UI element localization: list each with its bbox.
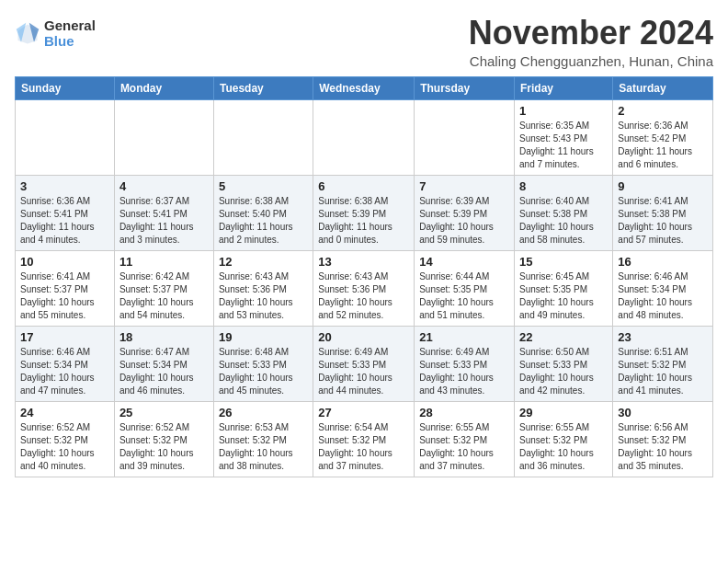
calendar-cell <box>213 99 313 175</box>
calendar-week: 10Sunrise: 6:41 AM Sunset: 5:37 PM Dayli… <box>16 250 713 326</box>
calendar-cell: 4Sunrise: 6:37 AM Sunset: 5:41 PM Daylig… <box>114 175 213 250</box>
calendar-cell: 26Sunrise: 6:53 AM Sunset: 5:32 PM Dayli… <box>213 401 313 477</box>
weekday-header: Monday <box>114 76 213 99</box>
calendar-cell: 19Sunrise: 6:48 AM Sunset: 5:33 PM Dayli… <box>213 326 313 401</box>
weekday-header: Saturday <box>613 76 713 99</box>
day-info: Sunrise: 6:39 AM Sunset: 5:39 PM Dayligh… <box>419 195 509 247</box>
day-info: Sunrise: 6:46 AM Sunset: 5:34 PM Dayligh… <box>20 346 109 397</box>
location: Chaling Chengguanzhen, Hunan, China <box>469 53 713 69</box>
day-number: 14 <box>419 255 509 269</box>
calendar-cell: 9Sunrise: 6:41 AM Sunset: 5:38 PM Daylig… <box>613 175 713 250</box>
weekday-header: Thursday <box>415 76 515 99</box>
calendar-cell: 13Sunrise: 6:43 AM Sunset: 5:36 PM Dayli… <box>313 250 415 326</box>
day-info: Sunrise: 6:35 AM Sunset: 5:43 PM Dayligh… <box>519 120 608 171</box>
calendar-week: 24Sunrise: 6:52 AM Sunset: 5:32 PM Dayli… <box>16 401 713 477</box>
calendar-cell: 20Sunrise: 6:49 AM Sunset: 5:33 PM Dayli… <box>313 326 415 401</box>
calendar-cell <box>415 99 515 175</box>
weekday-header: Tuesday <box>213 76 313 99</box>
calendar-cell: 16Sunrise: 6:46 AM Sunset: 5:34 PM Dayli… <box>613 250 713 326</box>
day-info: Sunrise: 6:53 AM Sunset: 5:32 PM Dayligh… <box>219 421 308 473</box>
page-header: General Blue November 2024 Chaling Cheng… <box>15 15 713 69</box>
logo-icon <box>15 21 40 47</box>
calendar-cell: 30Sunrise: 6:56 AM Sunset: 5:32 PM Dayli… <box>613 401 713 477</box>
day-number: 20 <box>318 330 409 344</box>
logo: General Blue <box>15 18 96 49</box>
day-info: Sunrise: 6:42 AM Sunset: 5:37 PM Dayligh… <box>119 270 209 322</box>
day-number: 8 <box>519 179 608 193</box>
day-number: 10 <box>20 255 109 269</box>
calendar-cell: 15Sunrise: 6:45 AM Sunset: 5:35 PM Dayli… <box>515 250 613 326</box>
calendar-cell: 27Sunrise: 6:54 AM Sunset: 5:32 PM Dayli… <box>313 401 415 477</box>
weekday-header: Sunday <box>16 76 115 99</box>
day-info: Sunrise: 6:41 AM Sunset: 5:37 PM Dayligh… <box>20 270 109 322</box>
day-number: 17 <box>20 330 109 344</box>
day-info: Sunrise: 6:41 AM Sunset: 5:38 PM Dayligh… <box>618 195 708 247</box>
day-number: 18 <box>119 330 209 344</box>
day-info: Sunrise: 6:43 AM Sunset: 5:36 PM Dayligh… <box>318 270 409 322</box>
day-number: 25 <box>119 406 209 419</box>
calendar-cell: 23Sunrise: 6:51 AM Sunset: 5:32 PM Dayli… <box>613 326 713 401</box>
logo-general: General <box>44 18 96 34</box>
calendar-cell: 18Sunrise: 6:47 AM Sunset: 5:34 PM Dayli… <box>114 326 213 401</box>
day-number: 27 <box>318 406 409 419</box>
day-info: Sunrise: 6:38 AM Sunset: 5:40 PM Dayligh… <box>219 195 308 247</box>
day-number: 7 <box>419 179 509 193</box>
day-number: 1 <box>519 104 608 118</box>
calendar-week: 17Sunrise: 6:46 AM Sunset: 5:34 PM Dayli… <box>16 326 713 401</box>
day-info: Sunrise: 6:50 AM Sunset: 5:33 PM Dayligh… <box>519 346 608 397</box>
day-info: Sunrise: 6:40 AM Sunset: 5:38 PM Dayligh… <box>519 195 608 247</box>
day-number: 24 <box>20 406 109 419</box>
logo-text: General Blue <box>44 18 96 49</box>
weekday-header: Friday <box>515 76 613 99</box>
calendar-cell: 8Sunrise: 6:40 AM Sunset: 5:38 PM Daylig… <box>515 175 613 250</box>
calendar-cell: 29Sunrise: 6:55 AM Sunset: 5:32 PM Dayli… <box>515 401 613 477</box>
day-info: Sunrise: 6:46 AM Sunset: 5:34 PM Dayligh… <box>618 270 708 322</box>
weekday-header: Wednesday <box>313 76 415 99</box>
day-info: Sunrise: 6:48 AM Sunset: 5:33 PM Dayligh… <box>219 346 308 397</box>
day-info: Sunrise: 6:54 AM Sunset: 5:32 PM Dayligh… <box>318 421 409 473</box>
day-number: 19 <box>219 330 308 344</box>
day-number: 21 <box>419 330 509 344</box>
calendar-cell: 11Sunrise: 6:42 AM Sunset: 5:37 PM Dayli… <box>114 250 213 326</box>
day-info: Sunrise: 6:47 AM Sunset: 5:34 PM Dayligh… <box>119 346 209 397</box>
calendar-week: 1Sunrise: 6:35 AM Sunset: 5:43 PM Daylig… <box>16 99 713 175</box>
day-number: 30 <box>618 406 708 419</box>
day-number: 23 <box>618 330 708 344</box>
weekday-header-row: SundayMondayTuesdayWednesdayThursdayFrid… <box>16 76 713 99</box>
day-number: 2 <box>618 104 708 118</box>
day-info: Sunrise: 6:49 AM Sunset: 5:33 PM Dayligh… <box>318 346 409 397</box>
calendar-cell: 25Sunrise: 6:52 AM Sunset: 5:32 PM Dayli… <box>114 401 213 477</box>
calendar-cell: 5Sunrise: 6:38 AM Sunset: 5:40 PM Daylig… <box>213 175 313 250</box>
calendar-cell <box>16 99 115 175</box>
calendar: SundayMondayTuesdayWednesdayThursdayFrid… <box>15 76 713 477</box>
day-number: 15 <box>519 255 608 269</box>
calendar-cell: 3Sunrise: 6:36 AM Sunset: 5:41 PM Daylig… <box>16 175 115 250</box>
day-info: Sunrise: 6:55 AM Sunset: 5:32 PM Dayligh… <box>419 421 509 473</box>
day-number: 13 <box>318 255 409 269</box>
title-block: November 2024 Chaling Chengguanzhen, Hun… <box>469 15 713 69</box>
calendar-cell: 10Sunrise: 6:41 AM Sunset: 5:37 PM Dayli… <box>16 250 115 326</box>
calendar-cell: 17Sunrise: 6:46 AM Sunset: 5:34 PM Dayli… <box>16 326 115 401</box>
day-info: Sunrise: 6:52 AM Sunset: 5:32 PM Dayligh… <box>20 421 109 473</box>
day-info: Sunrise: 6:51 AM Sunset: 5:32 PM Dayligh… <box>618 346 708 397</box>
day-number: 12 <box>219 255 308 269</box>
day-number: 11 <box>119 255 209 269</box>
day-number: 22 <box>519 330 608 344</box>
calendar-cell: 1Sunrise: 6:35 AM Sunset: 5:43 PM Daylig… <box>515 99 613 175</box>
month-title: November 2024 <box>469 15 713 52</box>
day-info: Sunrise: 6:36 AM Sunset: 5:42 PM Dayligh… <box>618 120 708 171</box>
calendar-cell: 24Sunrise: 6:52 AM Sunset: 5:32 PM Dayli… <box>16 401 115 477</box>
logo-blue: Blue <box>44 34 96 50</box>
day-info: Sunrise: 6:55 AM Sunset: 5:32 PM Dayligh… <box>519 421 608 473</box>
calendar-cell: 7Sunrise: 6:39 AM Sunset: 5:39 PM Daylig… <box>415 175 515 250</box>
calendar-week: 3Sunrise: 6:36 AM Sunset: 5:41 PM Daylig… <box>16 175 713 250</box>
calendar-cell: 14Sunrise: 6:44 AM Sunset: 5:35 PM Dayli… <box>415 250 515 326</box>
calendar-cell: 2Sunrise: 6:36 AM Sunset: 5:42 PM Daylig… <box>613 99 713 175</box>
calendar-cell: 6Sunrise: 6:38 AM Sunset: 5:39 PM Daylig… <box>313 175 415 250</box>
calendar-cell: 22Sunrise: 6:50 AM Sunset: 5:33 PM Dayli… <box>515 326 613 401</box>
day-info: Sunrise: 6:43 AM Sunset: 5:36 PM Dayligh… <box>219 270 308 322</box>
calendar-cell: 12Sunrise: 6:43 AM Sunset: 5:36 PM Dayli… <box>213 250 313 326</box>
day-info: Sunrise: 6:44 AM Sunset: 5:35 PM Dayligh… <box>419 270 509 322</box>
day-info: Sunrise: 6:37 AM Sunset: 5:41 PM Dayligh… <box>119 195 209 247</box>
day-number: 4 <box>119 179 209 193</box>
